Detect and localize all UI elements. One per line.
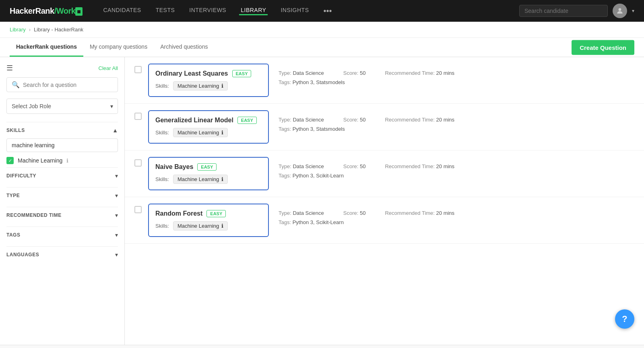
filter-skills: SKILLS ▲ ✓ Machine Learning ℹ xyxy=(6,122,118,164)
nav-more-icon[interactable]: ••• xyxy=(324,6,332,16)
skill-tag-3[interactable]: Machine Learning ℹ xyxy=(173,175,228,184)
logo-work: Work xyxy=(56,6,76,15)
hamburger-icon[interactable]: ☰ xyxy=(6,64,13,72)
meta-score-1: Score: 50 xyxy=(343,70,366,76)
create-question-button[interactable]: Create Question xyxy=(572,40,634,55)
question-checkbox-4[interactable] xyxy=(134,206,142,213)
card-meta-3: Type: Data Science Score: 50 Recommended… xyxy=(269,157,634,185)
meta-type-score-time-2: Type: Data Science Score: 50 Recommended… xyxy=(279,117,625,123)
nav-library[interactable]: LIBRARY xyxy=(239,7,268,15)
skill-tag-1[interactable]: Machine Learning ℹ xyxy=(173,81,228,91)
job-role-wrapper: Select Job Role Data Scientist Machine L… xyxy=(6,99,118,114)
skill-machine-learning-checkbox[interactable]: ✓ xyxy=(6,157,14,164)
filter-recommended-time: RECOMMENDED TIME ▾ xyxy=(6,207,118,223)
meta-tags-3: Tags: Python 3, Scikit-Learn xyxy=(279,173,625,179)
filter-tags-header[interactable]: TAGS ▾ xyxy=(6,227,118,243)
tab-hackerrank-questions[interactable]: HackerRank questions xyxy=(10,38,83,57)
skills-label-4: Skills: xyxy=(155,223,169,229)
meta-tags-1: Tags: Python 3, Statsmodels xyxy=(279,79,625,85)
meta-score-3: Score: 50 xyxy=(343,163,366,169)
filter-skills-header[interactable]: SKILLS ▲ xyxy=(6,122,118,138)
difficulty-badge-4: EASY xyxy=(206,210,226,217)
question-title-3: Naive Bayes xyxy=(155,163,193,171)
search-question-box: 🔍 xyxy=(6,77,118,92)
skill-tag-info-icon-3: ℹ xyxy=(221,176,223,182)
breadcrumb-separator: › xyxy=(29,27,31,33)
breadcrumb: Library › Library - HackerRank xyxy=(0,22,644,38)
search-question-input[interactable] xyxy=(23,82,113,88)
clear-all-button[interactable]: Clear All xyxy=(99,65,118,71)
breadcrumb-library-link[interactable]: Library xyxy=(10,27,26,33)
search-icon: 🔍 xyxy=(12,81,20,89)
logo[interactable]: HackerRank/Work■ xyxy=(10,6,83,16)
filter-recommended-time-header[interactable]: RECOMMENDED TIME ▾ xyxy=(6,207,118,223)
skills-label-2: Skills: xyxy=(155,130,169,136)
top-navigation: HackerRank/Work■ CANDIDATES TESTS INTERV… xyxy=(0,0,644,22)
question-title-4: Random Forest xyxy=(155,210,202,217)
skill-machine-learning-label: Machine Learning xyxy=(18,157,62,164)
card-skills-row-4: Skills: Machine Learning ℹ xyxy=(155,221,262,231)
skills-search-input[interactable] xyxy=(6,138,118,152)
filter-recommended-time-label: RECOMMENDED TIME xyxy=(6,212,62,218)
sidebar-top: ☰ Clear All xyxy=(6,64,118,72)
meta-type-score-time-3: Type: Data Science Score: 50 Recommended… xyxy=(279,163,625,169)
meta-type-2: Type: Data Science xyxy=(279,117,324,123)
filter-skills-label: SKILLS xyxy=(6,128,25,133)
card-title-row-1: Ordinary Least Squares EASY xyxy=(155,70,262,77)
tab-archived-questions[interactable]: Archived questions xyxy=(154,38,214,57)
meta-type-score-time-4: Type: Data Science Score: 50 Recommended… xyxy=(279,210,625,216)
search-candidate-input[interactable] xyxy=(519,5,608,17)
skill-info-icon[interactable]: ℹ xyxy=(66,158,68,164)
nav-tests[interactable]: TESTS xyxy=(154,7,177,15)
filter-type-header[interactable]: TYPE ▾ xyxy=(6,187,118,204)
sidebar: ☰ Clear All 🔍 Select Job Role Data Scien… xyxy=(0,57,125,345)
filter-recommended-time-chevron-icon: ▾ xyxy=(115,212,118,218)
card-meta-1: Type: Data Science Score: 50 Recommended… xyxy=(269,64,634,92)
question-item-3: Naive Bayes EASY Skills: Machine Learnin… xyxy=(125,150,644,197)
skill-tag-2[interactable]: Machine Learning ℹ xyxy=(173,128,228,137)
difficulty-badge-3: EASY xyxy=(197,163,217,171)
meta-tags-4: Tags: Python 3, Scikit-Learn xyxy=(279,219,625,225)
question-checkbox-1[interactable] xyxy=(134,66,142,73)
difficulty-badge-1: EASY xyxy=(232,70,252,77)
skill-tag-4[interactable]: Machine Learning ℹ xyxy=(173,221,228,231)
breadcrumb-current: Library - HackerRank xyxy=(34,27,83,33)
nav-insights[interactable]: INSIGHTS xyxy=(279,7,310,15)
nav-links: CANDIDATES TESTS INTERVIEWS LIBRARY INSI… xyxy=(102,7,311,15)
card-skills-row-1: Skills: Machine Learning ℹ xyxy=(155,81,262,91)
meta-type-3: Type: Data Science xyxy=(279,163,324,169)
filter-languages-header[interactable]: LANGUAGES ▾ xyxy=(6,246,118,263)
question-checkbox-3[interactable] xyxy=(134,159,142,167)
skill-tag-info-icon-1: ℹ xyxy=(221,83,223,89)
help-button[interactable]: ? xyxy=(615,309,634,329)
question-card-2: Generalized Linear Model EASY Skills: Ma… xyxy=(148,110,269,144)
tab-company-questions[interactable]: My company questions xyxy=(83,38,154,57)
card-title-row-2: Generalized Linear Model EASY xyxy=(155,117,262,124)
questions-list: Ordinary Least Squares EASY Skills: Mach… xyxy=(125,57,644,345)
meta-type-1: Type: Data Science xyxy=(279,70,324,76)
job-role-select[interactable]: Select Job Role Data Scientist Machine L… xyxy=(6,99,118,114)
meta-type-score-time-1: Type: Data Science Score: 50 Recommended… xyxy=(279,70,625,76)
avatar-chevron-icon[interactable]: ▾ xyxy=(632,8,634,14)
logo-box: ■ xyxy=(75,7,82,16)
nav-candidates[interactable]: CANDIDATES xyxy=(102,7,143,15)
filter-tags-chevron-icon: ▾ xyxy=(115,232,118,238)
avatar xyxy=(613,4,627,18)
logo-text: HackerRank/Work■ xyxy=(10,6,83,16)
meta-type-4: Type: Data Science xyxy=(279,210,324,216)
skills-label-3: Skills: xyxy=(155,176,169,182)
filter-difficulty: DIFFICULTY ▾ xyxy=(6,167,118,184)
difficulty-badge-2: EASY xyxy=(237,117,257,124)
filter-difficulty-label: DIFFICULTY xyxy=(6,173,36,179)
nav-interviews[interactable]: INTERVIEWS xyxy=(188,7,228,15)
card-title-row-3: Naive Bayes EASY xyxy=(155,163,262,171)
checkmark-icon: ✓ xyxy=(8,158,12,163)
meta-tags-2: Tags: Python 3, Statsmodels xyxy=(279,126,625,132)
filter-skills-chevron-icon: ▲ xyxy=(112,127,118,134)
meta-rec-time-3: Recommended Time: 20 mins xyxy=(385,163,454,169)
filter-tags-label: TAGS xyxy=(6,232,20,238)
tabs-bar: HackerRank questions My company question… xyxy=(0,38,644,57)
question-checkbox-2[interactable] xyxy=(134,113,142,120)
question-title-1: Ordinary Least Squares xyxy=(155,70,228,77)
filter-difficulty-header[interactable]: DIFFICULTY ▾ xyxy=(6,167,118,184)
